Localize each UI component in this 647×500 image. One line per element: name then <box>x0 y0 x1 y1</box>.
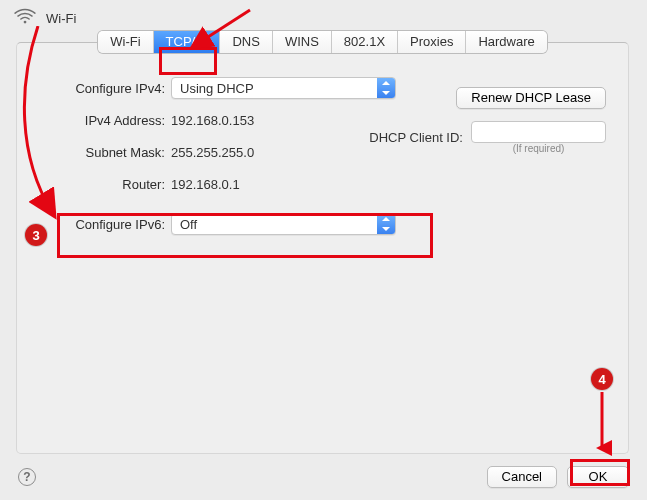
cancel-button[interactable]: Cancel <box>487 466 557 488</box>
value-ipv4-address: 192.168.0.153 <box>171 113 254 128</box>
tab-dns[interactable]: DNS <box>220 31 272 53</box>
label-dhcp-client-id: DHCP Client ID: <box>369 130 471 145</box>
value-subnet-mask: 255.255.255.0 <box>171 145 254 160</box>
dhcp-client-id-field[interactable] <box>471 121 606 143</box>
tab-wins[interactable]: WINS <box>273 31 332 53</box>
chevron-updown-icon <box>377 78 395 98</box>
select-configure-ipv4[interactable]: Using DHCP <box>171 77 396 99</box>
window-footer: ? Cancel OK <box>0 454 647 500</box>
renew-dhcp-lease-button[interactable]: Renew DHCP Lease <box>456 87 606 109</box>
chevron-updown-icon <box>377 214 395 234</box>
settings-panel: Wi-Fi TCP/IP DNS WINS 802.1X Proxies Har… <box>16 42 629 454</box>
hint-if-required: (If required) <box>471 143 606 154</box>
tab-wifi[interactable]: Wi-Fi <box>98 31 153 53</box>
help-button[interactable]: ? <box>18 468 36 486</box>
tcpip-form: Configure IPv4: Using DHCP IPv4 Address:… <box>17 65 628 235</box>
label-subnet-mask: Subnet Mask: <box>41 145 171 160</box>
label-configure-ipv6: Configure IPv6: <box>41 217 171 232</box>
tab-proxies[interactable]: Proxies <box>398 31 466 53</box>
label-ipv4-address: IPv4 Address: <box>41 113 171 128</box>
tab-8021x[interactable]: 802.1X <box>332 31 398 53</box>
ok-button[interactable]: OK <box>567 466 629 488</box>
tab-hardware[interactable]: Hardware <box>466 31 546 53</box>
wifi-icon <box>14 8 36 29</box>
value-router: 192.168.0.1 <box>171 177 240 192</box>
interface-name: Wi-Fi <box>46 11 76 26</box>
select-configure-ipv4-value: Using DHCP <box>180 81 254 96</box>
select-configure-ipv6[interactable]: Off <box>171 213 396 235</box>
tab-bar: Wi-Fi TCP/IP DNS WINS 802.1X Proxies Har… <box>17 31 628 53</box>
tab-tcpip[interactable]: TCP/IP <box>154 31 221 53</box>
select-configure-ipv6-value: Off <box>180 217 197 232</box>
window-header: Wi-Fi <box>0 0 647 35</box>
label-configure-ipv4: Configure IPv4: <box>41 81 171 96</box>
label-router: Router: <box>41 177 171 192</box>
tab-group: Wi-Fi TCP/IP DNS WINS 802.1X Proxies Har… <box>98 31 547 53</box>
